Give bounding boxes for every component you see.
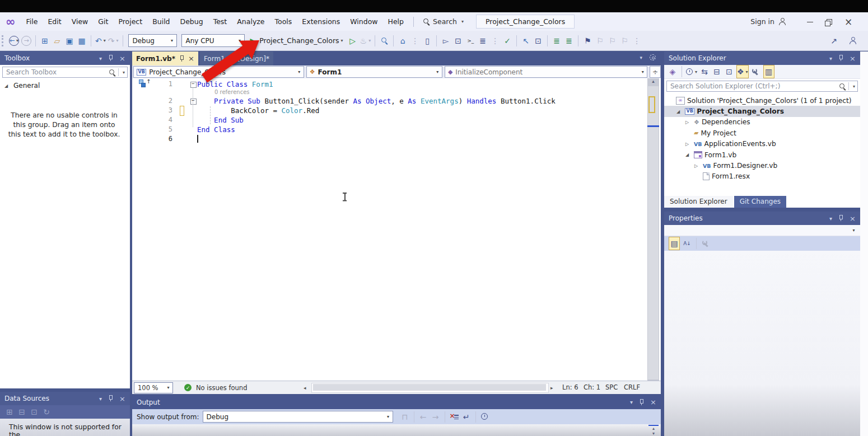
- menu-help[interactable]: Help: [383, 15, 409, 28]
- code-line[interactable]: 5End Class: [132, 125, 636, 134]
- active-files-chevron-icon[interactable]: ▾: [640, 55, 642, 60]
- toggle-word-wrap-icon[interactable]: ↵: [461, 411, 472, 423]
- collapse-region-icon[interactable]: [190, 99, 197, 105]
- codelens-row[interactable]: 0 references: [132, 89, 636, 96]
- tree-item[interactable]: ∞Solution 'Project_Change_Colors' (1 of …: [664, 95, 860, 106]
- properties-object-dropdown[interactable]: ▾: [664, 225, 860, 236]
- previous-message-icon[interactable]: ←: [418, 411, 428, 423]
- code-editor[interactable]: ↑ 1Public Class Form10 references2 Priva…: [132, 78, 661, 381]
- chevron-down-icon[interactable]: ▾: [829, 55, 832, 62]
- zoom-dropdown[interactable]: 100 % ▾: [134, 382, 173, 393]
- nav-back-icon[interactable]: ←▾: [9, 36, 19, 46]
- configuration-dropdown[interactable]: Debug ▾: [128, 34, 177, 47]
- pin-icon[interactable]: [639, 399, 644, 406]
- menu-view[interactable]: View: [67, 15, 94, 28]
- property-pages-icon[interactable]: [701, 237, 711, 250]
- toggle-bookmark-icon[interactable]: ⚑: [582, 35, 592, 47]
- close-icon[interactable]: ×: [119, 395, 125, 403]
- spaces-indicator[interactable]: SPC: [605, 383, 618, 391]
- next-message-icon[interactable]: →: [431, 411, 441, 423]
- indent-decrease-icon[interactable]: ≣: [552, 35, 562, 47]
- tab-git-changes[interactable]: Git Changes: [734, 196, 786, 208]
- close-icon[interactable]: ×: [650, 398, 656, 406]
- toolbar-grip[interactable]: [2, 35, 6, 46]
- tab-solution-explorer[interactable]: Solution Explorer: [664, 196, 733, 208]
- overflow-dots-2-icon[interactable]: ⋮: [490, 35, 500, 47]
- tree-item[interactable]: VBForm1.Designer.vb: [664, 160, 860, 171]
- pin-icon[interactable]: [838, 215, 843, 222]
- pending-changes-filter-icon[interactable]: ▾: [686, 65, 697, 78]
- attach-to-process-icon[interactable]: [379, 35, 389, 47]
- chevron-down-icon[interactable]: ▾: [829, 215, 832, 222]
- type-dropdown[interactable]: ❖ Form1 ▾: [306, 66, 442, 78]
- horizontal-scrollbar[interactable]: [311, 383, 549, 393]
- scrollbar-thumb[interactable]: [313, 384, 546, 391]
- device-preview-icon[interactable]: ▯: [422, 35, 432, 47]
- menu-edit[interactable]: Edit: [43, 15, 66, 28]
- properties-wrench-icon[interactable]: [751, 65, 761, 78]
- categorized-icon[interactable]: ▤: [669, 237, 680, 250]
- menu-extensions[interactable]: Extensions: [297, 15, 345, 28]
- configure-data-source-icon[interactable]: ⊡: [29, 406, 39, 418]
- alphabetical-icon[interactable]: A↓: [682, 237, 692, 250]
- expander-icon[interactable]: [676, 109, 683, 114]
- code-line[interactable]: 3 BackColor = Color.Red: [132, 106, 636, 115]
- next-bookmark-icon[interactable]: ⚐: [607, 35, 617, 47]
- code-line[interactable]: 6: [132, 134, 636, 144]
- menu-git[interactable]: Git: [93, 15, 113, 28]
- tree-item[interactable]: ❖Dependencies: [664, 117, 860, 128]
- sign-in-button[interactable]: Sign in: [750, 17, 786, 26]
- nav-forward-icon[interactable]: →: [21, 36, 31, 46]
- bookmark-folder-icon[interactable]: ⚐: [619, 35, 629, 47]
- new-project-icon[interactable]: ⊞: [40, 35, 50, 47]
- close-button[interactable]: [839, 16, 858, 27]
- line-ending-indicator[interactable]: CRLF: [624, 383, 640, 391]
- open-folder-icon[interactable]: ▱: [52, 35, 62, 47]
- code-line[interactable]: 2 Private Sub Button1_Click(sender As Ob…: [132, 96, 636, 106]
- split-window-button[interactable]: ÷: [650, 66, 661, 78]
- output-body[interactable]: ▴ ▾: [132, 424, 661, 436]
- scroll-right-icon[interactable]: ▸: [550, 385, 553, 391]
- tree-item[interactable]: Form1.vb: [664, 149, 860, 160]
- minimize-button[interactable]: [801, 16, 820, 27]
- clear-all-icon[interactable]: [449, 411, 459, 423]
- save-all-icon[interactable]: ▦: [77, 35, 87, 47]
- tree-item[interactable]: VBApplicationEvents.vb: [664, 139, 860, 149]
- chevron-down-icon[interactable]: ▾: [99, 396, 102, 402]
- close-icon[interactable]: ×: [850, 214, 856, 223]
- properties-copy-icon[interactable]: ⊡: [724, 65, 734, 78]
- navigate-cursor-icon[interactable]: ↖: [521, 35, 531, 47]
- close-icon[interactable]: ×: [119, 54, 125, 63]
- expander-icon[interactable]: [685, 152, 692, 157]
- edit-data-source-icon[interactable]: ⊟: [17, 406, 27, 418]
- scroll-up-icon[interactable]: ▴: [647, 78, 659, 84]
- close-icon[interactable]: ×: [850, 54, 856, 63]
- user-profile-icon[interactable]: [848, 35, 858, 47]
- tree-item[interactable]: VBProject_Change_Colors: [664, 106, 860, 116]
- member-dropdown[interactable]: ◆ InitializeComponent ▾: [445, 66, 647, 78]
- show-all-files-icon[interactable]: ❖▾: [736, 65, 749, 78]
- save-icon[interactable]: ▣: [64, 35, 74, 47]
- toolbox-search-input[interactable]: Search Toolbox ▾: [2, 67, 128, 78]
- chevron-down-icon[interactable]: ▾: [99, 55, 102, 62]
- chevron-down-icon[interactable]: ▾: [630, 399, 633, 405]
- toolbox-group-general[interactable]: General: [0, 79, 130, 92]
- codelens-references[interactable]: 0 references: [214, 89, 250, 95]
- refresh-data-source-icon[interactable]: ↻: [41, 406, 52, 418]
- code-map-icon[interactable]: ⊡: [533, 35, 543, 47]
- preview-changes-icon[interactable]: ⌂: [398, 35, 408, 47]
- solution-explorer-search-input[interactable]: Search Solution Explorer (Ctrl+;) ▾: [666, 81, 858, 92]
- tree-item[interactable]: ▰My Project: [664, 128, 860, 138]
- line-indicator[interactable]: Ln: 6: [562, 383, 578, 391]
- switch-views-icon[interactable]: ◈: [668, 65, 678, 78]
- expander-icon[interactable]: [694, 163, 701, 168]
- menu-file[interactable]: File: [21, 15, 43, 28]
- collapse-all-icon[interactable]: ⊟: [712, 65, 722, 78]
- pin-icon[interactable]: [179, 55, 184, 62]
- publish-icon[interactable]: ⊡: [453, 35, 463, 47]
- preview-selected-items-icon[interactable]: ▥: [763, 65, 774, 78]
- menu-project[interactable]: Project: [113, 15, 147, 28]
- pin-icon[interactable]: [838, 55, 843, 62]
- menu-build[interactable]: Build: [147, 15, 175, 28]
- indent-increase-icon[interactable]: ≣: [564, 35, 574, 47]
